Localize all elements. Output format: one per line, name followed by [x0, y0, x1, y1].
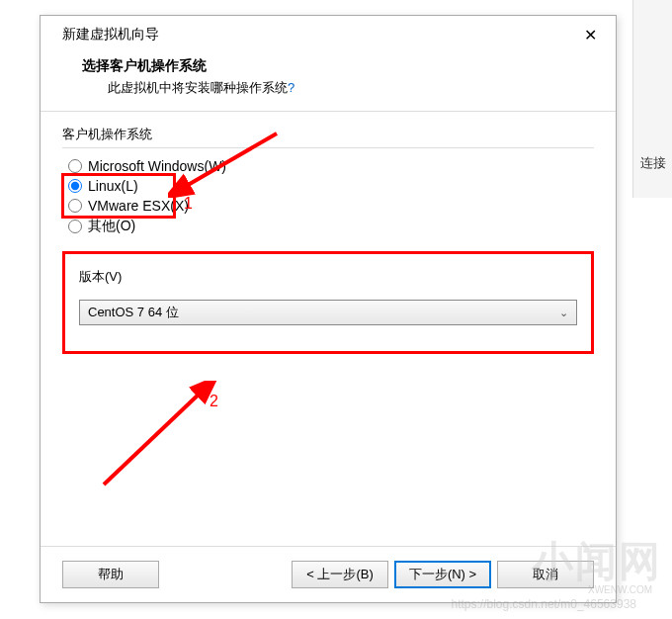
header-title: 选择客户机操作系统: [82, 57, 594, 75]
header-subtitle: 此虚拟机中将安装哪种操作系统?: [82, 75, 594, 97]
footer: 帮助 < 上一步(B) 下一步(N) > 取消: [41, 546, 616, 602]
version-label: 版本(V): [79, 268, 577, 286]
version-group: 版本(V) CentOS 7 64 位 ⌄: [62, 251, 594, 354]
os-radio-other[interactable]: [68, 220, 82, 233]
os-group-label: 客户机操作系统: [62, 126, 594, 143]
os-radio-linux[interactable]: [68, 179, 82, 193]
os-label-esx: VMware ESX(X): [88, 198, 189, 214]
close-button[interactable]: ✕: [576, 24, 604, 45]
window-title: 新建虚拟机向导: [62, 26, 159, 44]
chevron-down-icon: ⌄: [559, 307, 568, 319]
os-option-esx[interactable]: VMware ESX(X): [68, 196, 594, 216]
next-button-label: 下一步(N) >: [409, 566, 476, 583]
os-label-other: 其他(O): [88, 218, 135, 235]
os-option-other[interactable]: 其他(O): [68, 216, 594, 237]
os-label-windows: Microsoft Windows(W): [88, 158, 226, 174]
content-area: 客户机操作系统 Microsoft Windows(W) Linux(L) VM…: [41, 112, 616, 546]
wizard-header: 选择客户机操作系统 此虚拟机中将安装哪种操作系统?: [41, 51, 616, 111]
wizard-dialog: 新建虚拟机向导 ✕ 选择客户机操作系统 此虚拟机中将安装哪种操作系统? 客户机操…: [40, 15, 617, 603]
os-label-linux: Linux(L): [88, 178, 138, 194]
os-radio-windows[interactable]: [68, 159, 82, 173]
header-subtitle-q: ?: [288, 80, 294, 95]
os-option-windows[interactable]: Microsoft Windows(W): [68, 156, 594, 176]
header-subtitle-text: 此虚拟机中将安装哪种操作系统: [108, 80, 288, 95]
back-button-label: < 上一步(B): [306, 566, 374, 583]
os-radio-esx[interactable]: [68, 199, 82, 213]
cancel-button[interactable]: 取消: [497, 561, 594, 588]
titlebar: 新建虚拟机向导 ✕: [41, 16, 616, 51]
help-button[interactable]: 帮助: [62, 561, 159, 588]
os-group-line: [62, 147, 594, 148]
next-button[interactable]: 下一步(N) >: [394, 561, 491, 588]
cancel-button-label: 取消: [533, 566, 558, 583]
help-button-label: 帮助: [98, 566, 124, 583]
side-connect-label: 连接: [640, 154, 666, 172]
back-button[interactable]: < 上一步(B): [292, 561, 388, 588]
close-icon: ✕: [584, 26, 597, 44]
side-panel: 连接: [632, 0, 672, 198]
os-option-linux[interactable]: Linux(L): [68, 176, 594, 196]
version-dropdown[interactable]: CentOS 7 64 位 ⌄: [79, 300, 577, 325]
version-selected: CentOS 7 64 位: [88, 304, 179, 321]
os-radio-list: Microsoft Windows(W) Linux(L) VMware ESX…: [62, 156, 594, 237]
